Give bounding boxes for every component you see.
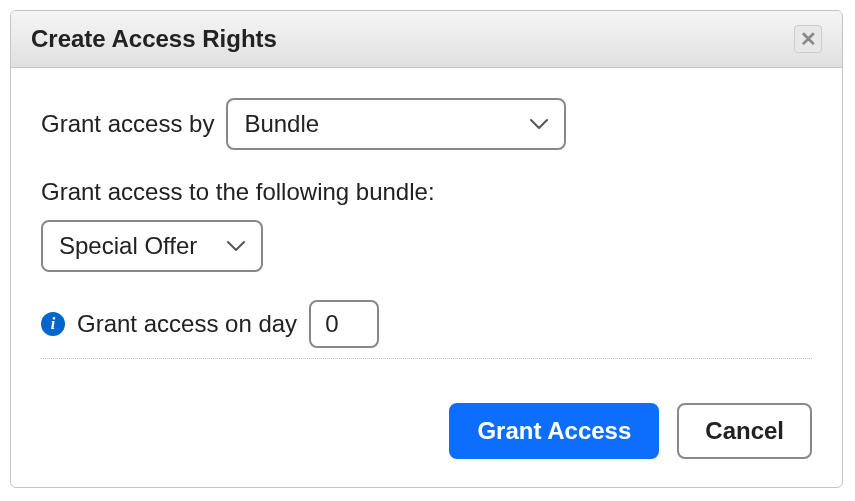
dialog-body: Grant access by Bundle Grant access to t…: [11, 68, 842, 403]
bundle-select-value: Special Offer: [59, 232, 197, 260]
info-icon[interactable]: i: [41, 312, 65, 336]
divider: [41, 358, 812, 359]
cancel-button[interactable]: Cancel: [677, 403, 812, 459]
grant-access-by-row: Grant access by Bundle: [41, 98, 812, 150]
bundle-select[interactable]: Special Offer: [41, 220, 263, 272]
grant-access-button[interactable]: Grant Access: [449, 403, 659, 459]
chevron-down-icon: [530, 118, 548, 130]
close-icon: ✕: [800, 27, 817, 51]
grant-access-by-value: Bundle: [244, 110, 319, 138]
grant-day-label: Grant access on day: [77, 310, 297, 338]
create-access-rights-dialog: Create Access Rights ✕ Grant access by B…: [10, 10, 843, 488]
dialog-footer: Grant Access Cancel: [11, 403, 842, 487]
grant-day-input[interactable]: [309, 300, 379, 348]
bundle-section-label: Grant access to the following bundle:: [41, 178, 812, 206]
grant-access-by-select[interactable]: Bundle: [226, 98, 566, 150]
close-button[interactable]: ✕: [794, 25, 822, 53]
grant-day-row: i Grant access on day: [41, 300, 812, 348]
dialog-header: Create Access Rights ✕: [11, 11, 842, 68]
dialog-title: Create Access Rights: [31, 25, 277, 53]
bundle-select-row: Special Offer: [41, 220, 812, 272]
grant-access-by-label: Grant access by: [41, 110, 214, 138]
chevron-down-icon: [227, 240, 245, 252]
